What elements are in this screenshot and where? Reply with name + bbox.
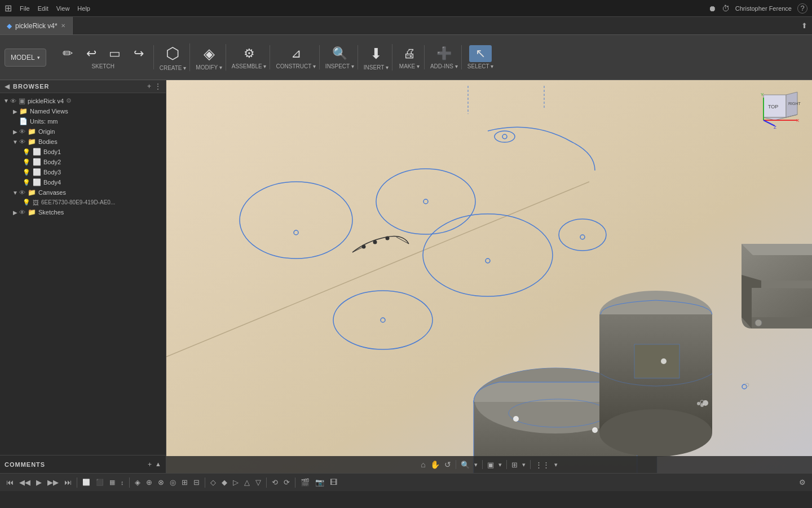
bt-icon16[interactable]: ⟲ [270,477,280,488]
bt-icon20[interactable]: 🎞 [328,477,339,488]
vt-display-mode-icon[interactable]: ▣ [487,461,494,469]
sketch-create-button[interactable]: ✏ [56,45,79,62]
construct-button[interactable]: ⊿ [285,45,307,62]
tree-canvas-item[interactable]: 💡 🖼 6EE75730-80E9-419D-AE0... [0,198,166,207]
insert-button[interactable]: ⬇ [365,44,387,63]
bt-icon10[interactable]: ⊟ [192,477,201,488]
addins-button[interactable]: ➕ [433,45,455,62]
menu-help[interactable]: Help [74,4,94,13]
help-icon[interactable]: ? [797,3,807,14]
bt-icon2[interactable]: ⬛ [94,478,105,487]
menu-edit[interactable]: Edit [34,4,52,13]
tree-body3[interactable]: 💡 ⬜ Body3 [0,167,166,177]
bt-icon9[interactable]: ⊞ [180,477,189,488]
bt-icon8[interactable]: ◎ [168,477,178,488]
sketch-rectangle-button[interactable]: ▭ [104,45,126,62]
vt-display-dropdown[interactable]: ▾ [498,461,502,468]
view-cube-gizmo[interactable]: TOP RIGHT X Y Z [758,89,803,134]
make-button[interactable]: 🖨 [398,45,421,62]
bt-icon6[interactable]: ⊕ [144,477,154,488]
named-views-toggle[interactable]: ▶ [11,108,19,115]
modify-button[interactable]: ◈ [198,44,220,63]
browser-collapse-icon[interactable]: ◀ [5,82,10,90]
inspect-button[interactable]: 🔍 [328,45,351,62]
assemble-button[interactable]: ⚙ [238,45,261,62]
tree-body2[interactable]: 💡 ⬜ Body2 [0,157,166,167]
bodies-toggle[interactable]: ▼ [11,139,19,145]
vt-zoom-dropdown[interactable]: ▾ [474,461,478,468]
bt-icon12[interactable]: ◆ [220,477,229,488]
user-menu[interactable]: Christopher Ference [735,5,792,12]
bt-icon13[interactable]: ▷ [231,477,240,488]
menu-view[interactable]: View [53,4,73,13]
body1-eye[interactable]: 💡 [23,148,30,156]
menu-file[interactable]: File [16,4,33,13]
select-button[interactable]: ↖ [469,45,492,62]
comments-add-icon[interactable]: + [148,461,152,468]
bt-next-frame[interactable]: ▶▶ [46,477,60,488]
tree-body1[interactable]: 💡 ⬜ Body1 [0,147,166,157]
vt-zoom-icon[interactable]: 🔍 [461,461,470,469]
root-eye[interactable]: 👁 [10,98,16,104]
origin-eye[interactable]: 👁 [19,128,25,135]
tree-named-views[interactable]: ▶ 📁 Named Views [0,106,166,116]
bodies-eye[interactable]: 👁 [19,138,25,145]
sketch-redo-button[interactable]: ↪ [127,45,150,62]
root-settings[interactable]: ⚙ [66,97,72,104]
vt-more-dropdown[interactable]: ▾ [554,461,558,468]
bt-skip-end[interactable]: ⏭ [63,477,73,488]
viewport[interactable]: TOP RIGHT X Y Z ⌂ ✋ ↺ 🔍 ▾ ▣ ▾ ⊞ ▾ [166,80,812,473]
tree-origin[interactable]: ▶ 👁 📁 Origin [0,126,166,137]
sketches-toggle[interactable]: ▶ [11,209,19,216]
toolbar-group-create: ⬡ CREATE ▾ [156,43,191,71]
tree-units[interactable]: 📄 Units: mm [0,116,166,126]
active-tab[interactable]: ◆ pickleRick v4* ✕ [0,17,73,34]
vt-orbit-icon[interactable]: ↺ [444,460,451,469]
bt-icon3[interactable]: ▦ [108,478,117,487]
bt-settings[interactable]: ⚙ [797,477,807,488]
root-toggle[interactable]: ▼ [2,98,10,104]
tab-close[interactable]: ✕ [61,23,65,29]
bt-play[interactable]: ▶ [34,477,43,488]
tree-sketches[interactable]: ▶ 👁 📁 Sketches [0,207,166,217]
tree-body4[interactable]: 💡 ⬜ Body4 [0,177,166,187]
sketch-undo-button[interactable]: ↩ [80,45,103,62]
vt-more-icon[interactable]: ⋮⋮ [535,461,550,469]
app-grid-icon[interactable]: ⊞ [5,3,12,14]
comments-collapse-icon[interactable]: ▲ [155,461,161,468]
bt-icon15[interactable]: ▽ [254,477,263,488]
model-button[interactable]: MODEL ▾ [5,49,46,67]
create-button[interactable]: ⬡ [161,43,184,64]
bt-prev-frame[interactable]: ◀◀ [17,477,32,488]
bt-icon11[interactable]: ◇ [209,477,218,488]
tree-root[interactable]: ▼ 👁 ▣ pickleRick v4 ⚙ [0,95,166,106]
record-icon[interactable]: ⏺ [708,4,716,13]
body2-eye[interactable]: 💡 [23,159,30,166]
body4-eye[interactable]: 💡 [23,179,30,186]
body3-eye[interactable]: 💡 [23,169,30,176]
origin-toggle[interactable]: ▶ [11,129,19,135]
bt-icon4[interactable]: ↕ [119,478,126,487]
bt-icon1[interactable]: ⬜ [81,478,92,487]
bt-skip-start[interactable]: ⏮ [5,477,15,488]
browser-add-icon[interactable]: + [147,82,151,90]
clock-icon[interactable]: ⏱ [722,4,730,13]
bt-icon5[interactable]: ◈ [133,477,142,488]
bt-icon7[interactable]: ⊗ [156,477,166,488]
vt-grid-icon[interactable]: ⊞ [511,461,518,469]
canvases-toggle[interactable]: ▼ [11,190,19,196]
bt-icon19[interactable]: 📷 [314,477,326,488]
bt-icon17[interactable]: ⟳ [282,477,292,488]
maximize-icon[interactable]: ⬆ [801,21,807,30]
vt-pan-icon[interactable]: ✋ [430,460,440,469]
canvas-item-eye[interactable]: 💡 [23,199,30,206]
bt-icon14[interactable]: △ [242,477,251,488]
tree-bodies[interactable]: ▼ 👁 📁 Bodies [0,137,166,147]
canvases-eye[interactable]: 👁 [19,189,25,196]
tree-canvases[interactable]: ▼ 👁 📁 Canvases [0,187,166,198]
vt-grid-dropdown[interactable]: ▾ [522,461,526,468]
browser-options-icon[interactable]: ⋮ [155,82,161,90]
bt-icon18[interactable]: 🎬 [299,477,311,488]
vt-home-icon[interactable]: ⌂ [421,460,425,469]
sketches-eye[interactable]: 👁 [19,209,25,216]
